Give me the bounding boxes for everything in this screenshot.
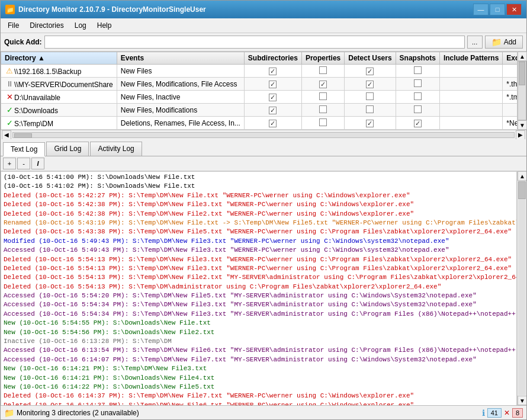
quickadd-add-button[interactable]: 📁 Add (485, 36, 523, 49)
snapshots-cell[interactable] (396, 65, 439, 78)
quickadd-input[interactable] (44, 36, 465, 49)
log-container: + - I (10-Oct-16 5:41:00 PM): S:\Downloa… (1, 156, 526, 405)
col-subdirectories[interactable]: Subdirectories (244, 52, 301, 65)
include-patterns-cell (439, 78, 502, 91)
snapshots-cell[interactable] (396, 91, 439, 104)
log-toolbar-minus[interactable]: - (17, 158, 30, 169)
events-cell: New Files, Modifications (117, 104, 244, 117)
checkbox[interactable] (269, 107, 277, 114)
col-events[interactable]: Events (117, 52, 244, 65)
tab-text-log[interactable]: Text Log (3, 142, 45, 156)
table-row[interactable]: ✓S:\DownloadsNew Files, Modifications (1, 104, 518, 117)
checkbox[interactable] (269, 68, 277, 75)
checkbox[interactable] (366, 81, 374, 88)
quickadd-browse-button[interactable]: ... (467, 36, 483, 49)
checkbox[interactable] (414, 120, 422, 127)
minimize-button[interactable]: — (473, 4, 489, 15)
checkbox[interactable] (414, 92, 422, 100)
log-toolbar-indicator[interactable]: I (31, 158, 44, 169)
exclude-patterns-cell: *New*.txt (503, 117, 517, 130)
vscroll-up[interactable]: ▲ (518, 52, 527, 61)
log-line: Deleted (10-Oct-16 5:43:38 PM): S:\Temp\… (4, 227, 514, 236)
log-line: Deleted (10-Oct-16 5:54:13 PM): S:\Temp\… (4, 273, 514, 282)
checkbox[interactable] (269, 94, 277, 101)
col-include-patterns[interactable]: Include Patterns (439, 52, 502, 65)
properties-cell[interactable] (301, 65, 344, 78)
checkbox[interactable] (366, 92, 374, 100)
properties-cell[interactable] (301, 104, 344, 117)
properties-cell[interactable] (301, 78, 344, 91)
col-detect-users[interactable]: Detect Users (345, 52, 396, 65)
close-button[interactable]: ✕ (506, 4, 522, 15)
tab-activity-log[interactable]: Activity Log (90, 142, 142, 156)
checkbox[interactable] (319, 118, 327, 126)
log-line: New (10-Oct-16 5:54:55 PM): S:\Downloads… (4, 319, 514, 328)
subdirectories-cell[interactable] (244, 91, 301, 104)
checkbox[interactable] (366, 68, 374, 75)
snapshots-cell[interactable] (396, 78, 439, 91)
col-snapshots[interactable]: Snapshots (396, 52, 439, 65)
table-vscroll[interactable]: ▲ ▼ (517, 52, 526, 130)
menu-file[interactable]: File (3, 20, 24, 31)
subdirectories-cell[interactable] (244, 78, 301, 91)
detect_users-cell[interactable] (345, 91, 396, 104)
checkbox[interactable] (414, 79, 422, 87)
checkbox[interactable] (366, 120, 374, 127)
info-icon: ℹ (482, 408, 485, 418)
log-toolbar-plus[interactable]: + (3, 158, 16, 169)
detect_users-cell[interactable] (345, 104, 396, 117)
detect_users-cell[interactable] (345, 78, 396, 91)
status-icon-error: ✕ (5, 92, 14, 102)
menu-log[interactable]: Log (70, 20, 91, 31)
log-vscroll-track[interactable] (518, 181, 526, 395)
maximize-button[interactable]: □ (490, 4, 505, 15)
log-line: New (10-Oct-16 6:14:21 PM): S:\Temp\DM\N… (4, 364, 514, 373)
table-row[interactable]: ✕D:\UnavailableNew Files, Inactive*.tmp (1, 91, 518, 104)
log-vscroll[interactable]: ▲ ▼ (517, 171, 526, 405)
status-icon-ok: ✓ (5, 105, 14, 115)
properties-cell[interactable] (301, 117, 344, 130)
include-patterns-cell (439, 91, 502, 104)
directory-path: \\192.168.1.5\Backup (14, 67, 81, 75)
hscroll-right[interactable]: ▶ (516, 130, 525, 140)
checkbox[interactable] (319, 105, 327, 113)
checkbox[interactable] (319, 66, 327, 74)
checkbox[interactable] (414, 105, 422, 113)
menu-help[interactable]: Help (92, 20, 117, 31)
hscroll-left[interactable]: ◀ (2, 130, 11, 140)
checkbox[interactable] (319, 92, 327, 100)
info-count-badge: 41 (487, 408, 502, 418)
snapshots-cell[interactable] (396, 117, 439, 130)
table-row[interactable]: ⏸\\MY-SERVER\DocumentShareNew Files, Mod… (1, 78, 518, 91)
log-vscroll-down[interactable]: ▼ (518, 396, 526, 405)
checkbox[interactable] (269, 120, 277, 127)
detect_users-cell[interactable] (345, 117, 396, 130)
log-vscroll-up[interactable]: ▲ (518, 171, 526, 181)
vscroll-track[interactable] (518, 61, 526, 120)
log-text-area[interactable]: (10-Oct-16 5:41:00 PM): S:\Downloads\New… (1, 171, 517, 405)
col-properties[interactable]: Properties (301, 52, 344, 65)
col-directory[interactable]: Directory ▲ (1, 52, 117, 65)
subdirectories-cell[interactable] (244, 65, 301, 78)
subdirectories-cell[interactable] (244, 104, 301, 117)
properties-cell[interactable] (301, 91, 344, 104)
table-row[interactable]: ⚠\\192.168.1.5\BackupNew Files (1, 65, 518, 78)
checkbox[interactable] (269, 81, 277, 88)
table-hscroll[interactable]: ◀ ▶ (1, 130, 526, 139)
menu-directories[interactable]: Directories (25, 20, 68, 31)
detect_users-cell[interactable] (345, 65, 396, 78)
include-patterns-cell (439, 65, 502, 78)
tab-grid-log[interactable]: Grid Log (46, 142, 89, 156)
directory-cell: ✓S:\Downloads (1, 104, 117, 117)
directory-section: Directory ▲ Events Subdirectories Proper… (1, 52, 526, 139)
checkbox[interactable] (414, 66, 422, 74)
hscroll-track[interactable] (12, 132, 515, 138)
checkbox[interactable] (366, 105, 374, 113)
subdirectories-cell[interactable] (244, 117, 301, 130)
status-icon-warning: ⚠ (5, 66, 14, 76)
snapshots-cell[interactable] (396, 104, 439, 117)
vscroll-down[interactable]: ▼ (518, 120, 527, 130)
col-exclude-patterns[interactable]: Exclude Patterns (503, 52, 517, 65)
checkbox[interactable] (319, 81, 327, 88)
table-row[interactable]: ✓S:\Temp\DMDeletions, Renames, File Acce… (1, 117, 518, 130)
